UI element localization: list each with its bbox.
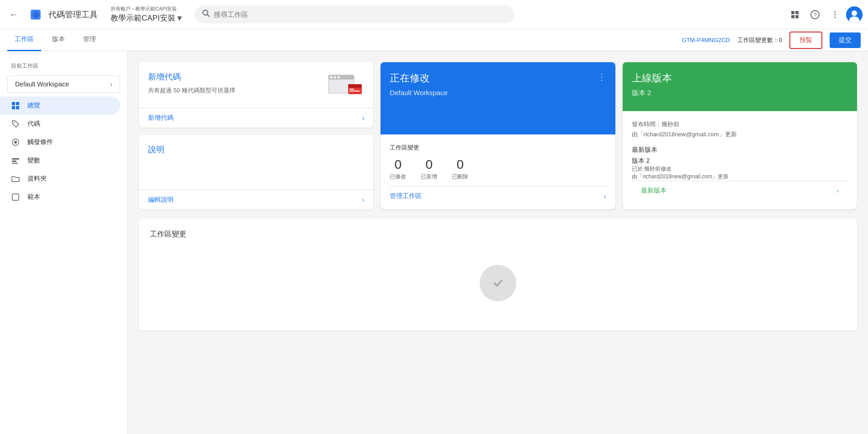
latest-time: 已於 幾秒前修改 xyxy=(632,165,848,173)
help-icon-button[interactable]: ? xyxy=(806,5,824,24)
latest-version: 版本 2 xyxy=(632,157,848,165)
empty-state-icon xyxy=(480,265,516,301)
tab-version[interactable]: 版本 xyxy=(45,29,72,51)
tab-workspace[interactable]: 工作區 xyxy=(7,29,41,51)
sidebar-nav: 總覽 代碼 觸發條件 xyxy=(0,96,127,206)
published-card-header: 上線版本 版本 2 xyxy=(623,62,857,111)
working-card-text: 正在修改 Default Workspace xyxy=(390,71,447,96)
stat-added-number: 0 xyxy=(421,157,437,172)
svg-point-30 xyxy=(338,76,340,79)
sidebar-item-triggers[interactable]: 觸發條件 xyxy=(0,133,120,151)
sidebar-label-folders: 資料夾 xyxy=(27,175,47,183)
stat-added-label: 已新增 xyxy=(421,173,437,181)
description-card-body: 說明 xyxy=(139,135,373,190)
sidebar-item-variables[interactable]: 變數 xyxy=(0,151,120,170)
workspace-name: Default Workspace xyxy=(15,80,69,88)
stats-row: 0 已修改 0 已新增 0 已刪除 xyxy=(390,157,606,181)
add-tag-footer[interactable]: 新增代碼 › xyxy=(139,108,373,128)
svg-rect-5 xyxy=(791,15,794,18)
svg-point-29 xyxy=(334,76,336,79)
svg-rect-3 xyxy=(791,11,794,14)
app-title: 代碼管理工具 xyxy=(48,9,98,20)
published-footer-arrow: › xyxy=(836,187,839,194)
app-logo xyxy=(27,6,44,23)
svg-point-11 xyxy=(835,16,836,18)
add-tag-card: 新增代碼 共有超過 50 種代碼類型可供選擇 xyxy=(139,62,373,128)
tag-illustration-icon xyxy=(328,71,364,99)
tab-manage[interactable]: 管理 xyxy=(76,29,103,51)
sidebar-item-templates[interactable]: 範本 xyxy=(0,188,120,206)
svg-rect-24 xyxy=(12,163,18,164)
add-tag-card-text: 新增代碼 共有超過 50 種代碼類型可供選擇 xyxy=(148,71,235,95)
more-options-icon-button[interactable] xyxy=(826,5,844,24)
main-content: 新增代碼 共有超過 50 種代碼類型可供選擇 xyxy=(128,51,868,434)
svg-rect-25 xyxy=(12,194,19,200)
publish-time: 發布時間：幾秒前 xyxy=(632,120,848,129)
stat-deleted-number: 0 xyxy=(452,157,468,172)
svg-rect-17 xyxy=(12,106,15,109)
svg-point-21 xyxy=(14,141,17,144)
svg-line-2 xyxy=(207,15,209,17)
sidebar-label-templates: 範本 xyxy=(27,193,40,201)
svg-rect-32 xyxy=(348,84,362,88)
sidebar-label-triggers: 觸發條件 xyxy=(27,138,53,146)
working-card-more-icon[interactable]: ⋮ xyxy=(597,71,606,82)
svg-rect-6 xyxy=(795,15,799,18)
svg-point-19 xyxy=(14,122,15,123)
workspace-changes-count: 工作區變更數：0 xyxy=(737,36,782,44)
published-footer-label: 最新版本 xyxy=(641,187,667,195)
back-button[interactable]: ← xyxy=(5,5,22,23)
latest-publisher: 由「richard2018new@gmail.com」更新 xyxy=(632,173,848,181)
stat-modified-number: 0 xyxy=(390,157,406,172)
description-footer-arrow: › xyxy=(362,196,365,204)
svg-point-13 xyxy=(852,11,857,16)
svg-rect-4 xyxy=(795,11,799,14)
svg-text:?: ? xyxy=(813,11,816,18)
sidebar-item-overview[interactable]: 總覽 xyxy=(0,96,120,115)
breadcrumb-current: 教學示範CAPI安裝 xyxy=(111,13,175,23)
sidebar-section-label: 目前工作區 xyxy=(0,59,127,72)
add-tag-card-body: 新增代碼 共有超過 50 種代碼類型可供選擇 xyxy=(139,62,373,108)
preview-button[interactable]: 預覧 xyxy=(789,32,822,49)
working-card-stats: 工作區變更 0 已修改 0 已新增 0 已刪除 xyxy=(381,134,615,209)
templates-icon xyxy=(11,193,20,202)
left-column: 新增代碼 共有超過 50 種代碼類型可供選擇 xyxy=(139,62,373,209)
workspace-changes-section: 工作區變更 xyxy=(139,219,857,331)
stats-label: 工作區變更 xyxy=(390,144,606,152)
add-tag-card-header: 新增代碼 共有超過 50 種代碼類型可供選擇 xyxy=(148,71,364,99)
published-card: 上線版本 版本 2 發布時間：幾秒前 由「richard2018new@gmai… xyxy=(623,62,857,209)
published-card-footer[interactable]: 最新版本 › xyxy=(632,181,848,200)
working-card-footer[interactable]: 管理工作區 › xyxy=(390,186,606,200)
overview-icon xyxy=(11,101,20,110)
user-avatar[interactable] xyxy=(846,6,863,23)
svg-point-10 xyxy=(835,14,836,15)
triggers-icon xyxy=(11,138,20,147)
add-tag-desc: 共有超過 50 種代碼類型可供選擇 xyxy=(148,86,235,95)
svg-point-9 xyxy=(835,11,836,12)
workspace-arrow-icon: › xyxy=(110,80,112,88)
sidebar-label-variables: 變數 xyxy=(27,156,40,165)
search-icon xyxy=(202,9,210,20)
breadcrumb-dropdown-icon[interactable]: ▾ xyxy=(177,12,182,23)
description-footer[interactable]: 編輯說明 › xyxy=(139,190,373,209)
description-card: 說明 編輯說明 › xyxy=(139,135,373,209)
breadcrumb-top: 所有帳戶 › 教學示範CAPI安裝 xyxy=(111,5,182,12)
grid-icon-button[interactable] xyxy=(786,5,804,24)
breadcrumb-area: 所有帳戶 › 教學示範CAPI安裝 教學示範CAPI安裝 ▾ xyxy=(111,5,182,23)
header-actions: ? xyxy=(786,5,863,24)
working-footer-label: 管理工作區 xyxy=(390,192,422,200)
search-input[interactable] xyxy=(214,11,507,18)
nav-tabs-bar: 工作區 版本 管理 GTM-P4MNG2CD 工作區變更數：0 預覧 提交 xyxy=(0,29,868,51)
breadcrumb-bottom: 教學示範CAPI安裝 ▾ xyxy=(111,12,182,23)
submit-button[interactable]: 提交 xyxy=(830,32,861,48)
published-card-title: 上線版本 xyxy=(632,71,848,85)
main-layout: 目前工作區 Default Workspace › 總覽 xyxy=(0,51,868,434)
add-tag-footer-arrow: › xyxy=(362,114,365,122)
workspace-selector[interactable]: Default Workspace › xyxy=(7,75,120,93)
svg-point-28 xyxy=(330,76,333,79)
sidebar-item-folders[interactable]: 資料夾 xyxy=(0,170,120,188)
published-card-subtitle: 版本 2 xyxy=(632,89,848,97)
top-header: ← 代碼管理工具 所有帳戶 › 教學示範CAPI安裝 教學示範CAPI安裝 ▾ xyxy=(0,0,868,29)
folders-icon xyxy=(11,174,20,183)
sidebar-item-tags[interactable]: 代碼 xyxy=(0,115,120,133)
